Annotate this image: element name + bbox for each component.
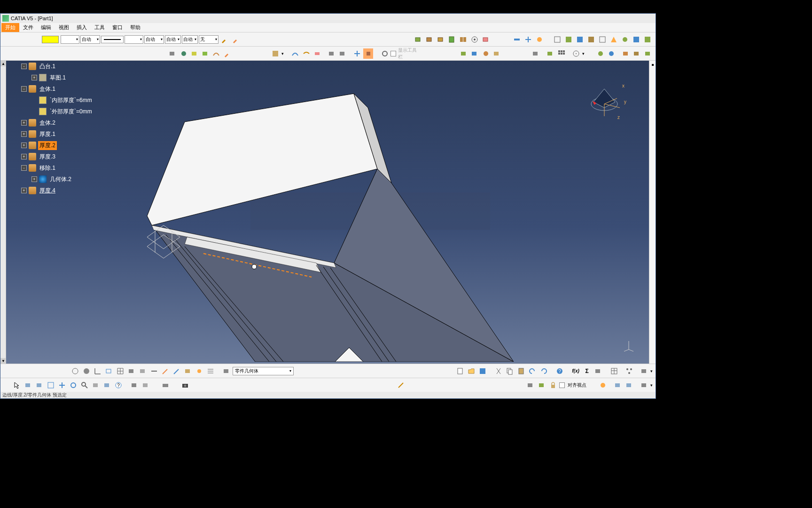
paintbrush-icon[interactable] — [231, 34, 241, 45]
op12-icon[interactable] — [642, 34, 653, 45]
tree-expander-icon[interactable]: + — [21, 154, 27, 159]
sketch-icon[interactable] — [396, 380, 406, 390]
solid6-icon[interactable] — [469, 34, 480, 45]
auto-dropdown-3[interactable]: 自动 — [165, 35, 181, 44]
undo-icon[interactable] — [527, 366, 538, 376]
ext4-icon[interactable] — [571, 48, 581, 59]
align-checkbox[interactable] — [559, 382, 565, 388]
tree-expander-icon[interactable]: + — [21, 143, 27, 148]
tree-label[interactable]: 厚度.4 — [38, 186, 57, 195]
tree-row-4[interactable]: `外部厚度`=0mm — [9, 106, 122, 117]
constraint-icon[interactable] — [183, 366, 193, 376]
sphere-icon[interactable] — [81, 366, 92, 376]
solid7-icon[interactable] — [481, 34, 491, 45]
disp2-icon[interactable] — [470, 48, 480, 59]
solid5-icon[interactable] — [458, 34, 468, 45]
globe-icon[interactable] — [70, 366, 80, 376]
auto-dropdown-1[interactable]: 自动 — [80, 35, 100, 44]
solid4-icon[interactable] — [447, 34, 457, 45]
feature5-icon[interactable] — [222, 48, 232, 59]
disp3-icon[interactable] — [481, 48, 491, 59]
tree-label[interactable]: `内部厚度`=6mm — [48, 96, 94, 105]
menu-help[interactable]: 帮助 — [126, 23, 144, 32]
snap4-icon[interactable] — [639, 380, 649, 390]
tree-icon[interactable] — [624, 366, 634, 376]
prism-solid-icon[interactable] — [221, 366, 232, 376]
open-icon[interactable] — [466, 366, 476, 376]
ext5-icon[interactable] — [595, 48, 605, 59]
group-icon[interactable] — [271, 48, 281, 59]
rtool-1-icon[interactable]: ▪ — [649, 61, 656, 69]
dropdown-arrow-icon[interactable]: ▾ — [281, 51, 284, 56]
camera-icon[interactable] — [180, 380, 190, 390]
auto-dropdown-2[interactable]: 自动 — [144, 35, 164, 44]
list-icon[interactable] — [205, 366, 216, 376]
tree-row-5[interactable]: +盒体.2 — [9, 117, 122, 128]
dropdown-arrow-3-icon[interactable]: ▾ — [650, 369, 653, 373]
lineweight-dropdown[interactable] — [125, 35, 143, 44]
tree-expander-icon[interactable]: + — [21, 131, 27, 137]
op8-icon[interactable] — [597, 34, 608, 45]
select-icon[interactable] — [12, 380, 22, 390]
save-icon[interactable] — [477, 366, 488, 376]
tree-row-2[interactable]: -盒体.1 — [9, 83, 122, 95]
brush-icon[interactable] — [219, 34, 230, 45]
redo-icon[interactable] — [539, 366, 549, 376]
lock-icon[interactable] — [548, 380, 558, 390]
transform-icon[interactable] — [352, 48, 362, 59]
wand-icon[interactable] — [160, 366, 171, 376]
tree-expander-icon[interactable]: + — [31, 75, 37, 80]
view-help-icon[interactable]: ? — [113, 380, 124, 390]
tree-label[interactable]: 盒体.2 — [38, 119, 57, 127]
copy-icon[interactable] — [505, 366, 515, 376]
mode1-icon[interactable] — [525, 380, 536, 390]
dropdown-arrow-2-icon[interactable]: ▾ — [582, 51, 585, 56]
tree-label[interactable]: `外部厚度`=0mm — [48, 107, 94, 116]
rotate-icon[interactable] — [68, 380, 78, 390]
fx-icon[interactable]: f(x) — [570, 366, 581, 376]
op9-icon[interactable] — [609, 34, 619, 45]
origin-plane-icon[interactable] — [140, 221, 187, 268]
curve3-icon[interactable] — [312, 48, 322, 59]
sigma-icon[interactable]: Σ — [582, 366, 592, 376]
view-compass[interactable]: x y z — [588, 84, 621, 117]
menu-window[interactable]: 窗口 — [109, 23, 126, 32]
solid1-icon[interactable] — [413, 34, 423, 45]
sun-icon[interactable] — [194, 366, 204, 376]
tool-a-icon[interactable] — [593, 366, 603, 376]
prism1-icon[interactable] — [327, 48, 336, 59]
menu-insert[interactable]: 插入 — [73, 23, 91, 32]
tree-row-3[interactable]: `内部厚度`=6mm — [9, 95, 122, 106]
tree-expander-icon[interactable]: + — [21, 188, 27, 193]
ext3-icon[interactable] — [556, 48, 566, 59]
disp4-icon[interactable] — [492, 48, 501, 59]
tree-label[interactable]: 草图.1 — [48, 73, 67, 82]
tree-expander-icon[interactable]: + — [21, 120, 27, 126]
menu-start[interactable]: 开始 — [1, 23, 19, 32]
tree-row-7[interactable]: +厚度.2 — [9, 140, 122, 151]
active-body-icon[interactable] — [363, 48, 373, 59]
snap2-icon[interactable] — [613, 380, 623, 390]
tree-expander-icon[interactable]: + — [31, 176, 37, 182]
ext2-icon[interactable] — [546, 48, 555, 59]
tree-row-8[interactable]: +厚度.3 — [9, 151, 122, 162]
color-dropdown[interactable] — [61, 35, 79, 44]
cut-icon[interactable] — [493, 366, 504, 376]
normal-view-icon[interactable] — [91, 380, 101, 390]
linestyle-dropdown[interactable] — [101, 36, 124, 43]
color-swatch[interactable] — [42, 36, 59, 43]
scroll-up-icon[interactable]: ▲ — [0, 61, 6, 66]
curve2-icon[interactable] — [301, 48, 311, 59]
menu-tools[interactable]: 工具 — [91, 23, 109, 32]
menu-view[interactable]: 视图 — [55, 23, 73, 32]
new-icon[interactable] — [455, 366, 465, 376]
dropdown-arrow-4-icon[interactable]: ▾ — [650, 383, 653, 388]
zoom-icon[interactable] — [79, 380, 90, 390]
tree-label[interactable]: 厚度.2 — [38, 141, 57, 150]
disp1-icon[interactable] — [459, 48, 469, 59]
solid2-icon[interactable] — [424, 34, 435, 45]
checkbox-1[interactable] — [390, 51, 396, 56]
op2-icon[interactable] — [523, 34, 533, 45]
paste-icon[interactable] — [516, 366, 526, 376]
tree-label[interactable]: 几何体.2 — [48, 175, 73, 184]
